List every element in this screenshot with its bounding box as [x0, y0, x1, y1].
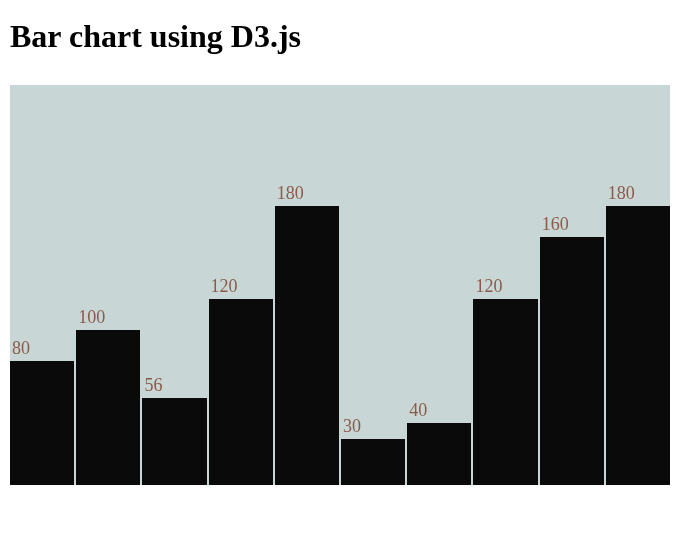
bar-value-label: 160	[542, 214, 569, 235]
bar-group: 180	[275, 85, 339, 485]
bar	[473, 299, 537, 485]
bar-group: 56	[142, 85, 206, 485]
bar-group: 40	[407, 85, 471, 485]
bar-value-label: 80	[12, 338, 30, 359]
bar	[275, 206, 339, 485]
bar	[540, 237, 604, 485]
bar-group: 80	[10, 85, 74, 485]
page-title: Bar chart using D3.js	[10, 18, 672, 55]
bar-group: 160	[540, 85, 604, 485]
bar-value-label: 56	[144, 375, 162, 396]
bar-value-label: 120	[211, 276, 238, 297]
bar-value-label: 120	[475, 276, 502, 297]
bar-value-label: 180	[277, 183, 304, 204]
bar-chart: 80100561201803040120160180	[10, 85, 670, 485]
bar	[10, 361, 74, 485]
bar-group: 30	[341, 85, 405, 485]
bar	[76, 330, 140, 485]
bars-area: 80100561201803040120160180	[10, 85, 670, 485]
bar-value-label: 30	[343, 416, 361, 437]
bar-value-label: 100	[78, 307, 105, 328]
bar	[209, 299, 273, 485]
bar-group: 100	[76, 85, 140, 485]
bar-group: 120	[209, 85, 273, 485]
bar	[142, 398, 206, 485]
bar-value-label: 40	[409, 400, 427, 421]
bar-value-label: 180	[608, 183, 635, 204]
bar	[407, 423, 471, 485]
bar-group: 180	[606, 85, 670, 485]
bar	[606, 206, 670, 485]
bar-group: 120	[473, 85, 537, 485]
bar	[341, 439, 405, 486]
